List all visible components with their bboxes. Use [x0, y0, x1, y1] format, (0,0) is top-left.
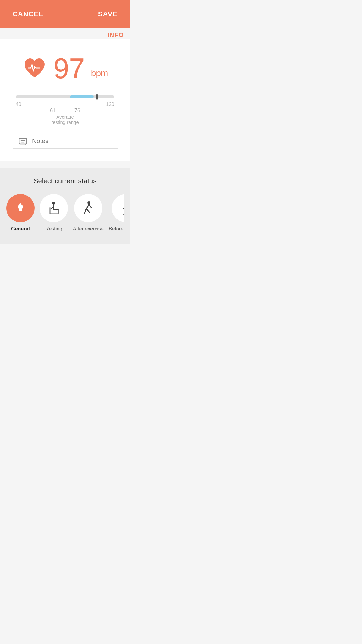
range-section: 40 120 61 76 Average resting range — [9, 89, 121, 131]
svg-line-16 — [86, 209, 90, 213]
status-circle-after-exercise — [74, 194, 102, 222]
heart-rate-icon — [22, 56, 47, 81]
svg-line-15 — [85, 209, 86, 213]
range-bar — [16, 95, 114, 99]
bpm-unit: bpm — [91, 68, 108, 83]
svg-point-5 — [19, 203, 21, 205]
status-circle-before-exercise — [112, 194, 124, 222]
cancel-button[interactable]: CANCEL — [13, 10, 43, 18]
status-label-before-exercise: Before exercise — [109, 226, 124, 232]
range-thumb — [96, 94, 98, 100]
status-title: Select current status — [6, 177, 124, 185]
status-option-before-exercise[interactable]: Before exercise — [109, 194, 124, 232]
save-button[interactable]: SAVE — [98, 10, 118, 18]
range-max: 120 — [106, 102, 114, 107]
status-option-after-exercise[interactable]: After exercise — [73, 194, 104, 232]
heart-rate-display: 97 bpm — [9, 45, 121, 89]
range-min: 40 — [16, 102, 21, 107]
svg-line-22 — [123, 206, 124, 208]
notes-input[interactable] — [32, 137, 112, 148]
range-track — [16, 95, 114, 98]
status-option-general[interactable]: General — [6, 194, 35, 232]
notes-section — [13, 131, 118, 149]
svg-rect-0 — [19, 138, 27, 144]
status-option-resting[interactable]: Resting — [40, 194, 68, 232]
status-options: General — [6, 194, 124, 232]
info-row: INFO — [0, 28, 130, 39]
svg-marker-3 — [25, 144, 26, 146]
status-circle-general — [6, 194, 35, 222]
range-fill-avg — [70, 95, 94, 98]
range-labels: 40 120 — [16, 102, 114, 107]
bpm-value: 97 — [53, 54, 85, 83]
range-avg-labels: 61 76 — [16, 108, 114, 114]
status-label-resting: Resting — [45, 226, 62, 232]
status-label-after-exercise: After exercise — [73, 226, 104, 232]
status-label-general: General — [11, 226, 30, 232]
svg-line-14 — [86, 204, 89, 209]
range-avg-text: Average resting range — [16, 114, 114, 125]
notes-icon — [19, 138, 28, 148]
app-header: CANCEL SAVE — [0, 0, 130, 28]
status-section: Select current status General — [0, 168, 130, 244]
svg-line-17 — [89, 204, 91, 208]
main-content: 97 bpm 40 120 61 76 Average resting rang… — [0, 39, 130, 161]
range-avg-high: 76 — [74, 108, 80, 114]
info-button[interactable]: INFO — [107, 31, 124, 39]
status-circle-resting — [40, 194, 68, 222]
range-avg-low: 61 — [50, 108, 56, 114]
